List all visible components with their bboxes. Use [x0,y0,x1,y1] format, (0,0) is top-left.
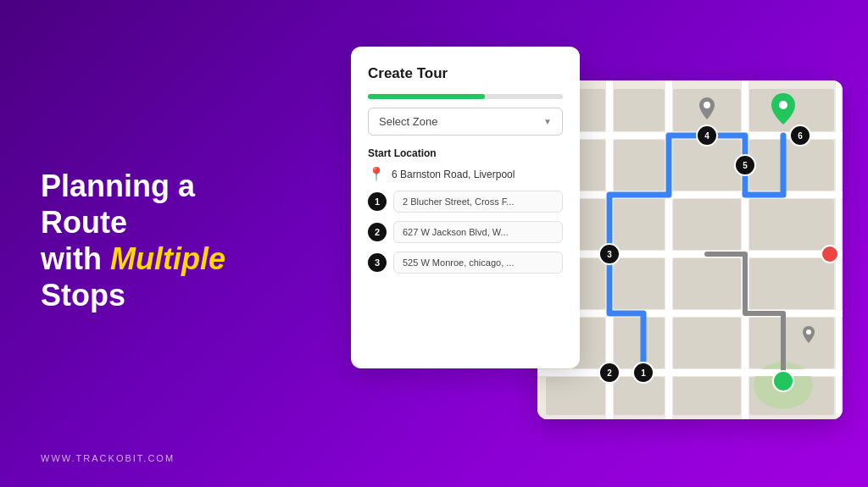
website-url: WWW.TRACKOBIT.COM [41,453,175,463]
svg-rect-9 [749,140,834,191]
stop-badge-2: 2 [368,223,387,241]
stop-input-3[interactable]: 525 W Monroe, chicago, ... [393,252,563,274]
svg-point-50 [779,101,787,109]
svg-rect-3 [614,89,665,131]
select-zone-button[interactable]: Select Zone ▼ [368,108,563,136]
svg-point-48 [773,371,793,391]
svg-text:5: 5 [743,161,748,170]
svg-text:2: 2 [607,368,612,378]
stop-row-1: 1 2 Blucher Street, Cross F... [368,191,563,213]
stop-input-1[interactable]: 2 Blucher Street, Cross F... [393,191,563,213]
main-heading: Planning a Route with Multiple Stops [41,167,278,313]
progress-bar-background [368,94,563,99]
svg-rect-21 [749,318,834,368]
start-location-row: 📍 6 Barnston Road, Liverpool [368,166,563,182]
svg-point-52 [806,329,811,335]
svg-rect-16 [673,258,741,309]
svg-text:6: 6 [798,131,803,141]
start-location-value: 6 Barnston Road, Liverpool [392,169,515,180]
heading-highlight: Multiple [110,241,225,276]
stop-row-2: 2 627 W Jackson Blvd, W... [368,221,563,243]
svg-rect-24 [673,377,741,415]
svg-text:3: 3 [607,250,612,259]
svg-rect-11 [614,199,665,250]
svg-rect-19 [614,318,665,368]
select-zone-label: Select Zone [379,115,437,128]
chevron-down-icon: ▼ [543,117,552,126]
form-title: Create Tour [368,65,563,82]
left-content-area: Planning a Route with Multiple Stops [41,167,278,320]
svg-point-49 [821,246,838,263]
start-location-label: Start Location [368,147,563,159]
heading-line1: Planning a Route [41,168,195,239]
progress-bar-fill [368,94,485,99]
heading-line2-plain: with [41,241,110,276]
svg-rect-7 [614,140,665,191]
svg-rect-12 [673,199,741,250]
stop-badge-1: 1 [368,192,387,211]
stop-input-2[interactable]: 627 W Jackson Blvd, W... [393,221,563,243]
svg-text:4: 4 [704,131,709,141]
map-svg: 1 2 3 4 5 6 [537,80,843,419]
ui-container: Create Tour Select Zone ▼ Start Location… [351,47,843,436]
svg-rect-22 [546,377,605,415]
location-pin-icon: 📍 [368,166,385,182]
svg-rect-15 [614,258,665,309]
svg-text:1: 1 [641,368,646,378]
svg-rect-8 [673,140,741,191]
svg-rect-17 [749,258,834,309]
map-panel: 1 2 3 4 5 6 [537,80,843,419]
svg-rect-13 [749,199,834,250]
svg-rect-20 [673,318,741,368]
stop-badge-3: 3 [368,253,387,272]
svg-point-51 [704,102,710,108]
form-panel: Create Tour Select Zone ▼ Start Location… [351,47,580,368]
heading-line3: Stops [41,278,125,313]
stop-row-3: 3 525 W Monroe, chicago, ... [368,252,563,274]
